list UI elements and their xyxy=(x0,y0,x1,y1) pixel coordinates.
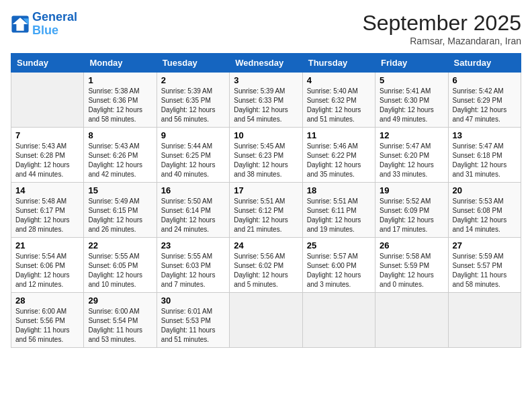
calendar-cell: 13Sunrise: 5:47 AMSunset: 6:18 PMDayligh… xyxy=(448,128,521,183)
location-subtitle: Ramsar, Mazandaran, Iran xyxy=(362,36,521,46)
day-number: 23 xyxy=(161,240,225,250)
calendar-cell: 20Sunrise: 5:53 AMSunset: 6:08 PMDayligh… xyxy=(448,183,521,238)
month-title: September 2025 xyxy=(362,11,521,36)
week-row-3: 14Sunrise: 5:48 AMSunset: 6:17 PMDayligh… xyxy=(11,183,521,238)
week-row-1: 1Sunrise: 5:38 AMSunset: 6:36 PMDaylight… xyxy=(11,73,521,128)
column-header-saturday: Saturday xyxy=(448,54,521,73)
day-info: Sunrise: 5:59 AMSunset: 5:57 PMDaylight:… xyxy=(453,252,517,289)
calendar-cell: 17Sunrise: 5:51 AMSunset: 6:12 PMDayligh… xyxy=(230,183,302,238)
day-info: Sunrise: 5:48 AMSunset: 6:17 PMDaylight:… xyxy=(15,197,79,234)
calendar-cell: 12Sunrise: 5:47 AMSunset: 6:20 PMDayligh… xyxy=(375,128,448,183)
day-info: Sunrise: 5:43 AMSunset: 6:26 PMDaylight:… xyxy=(88,142,152,179)
calendar-cell xyxy=(375,293,448,348)
day-info: Sunrise: 5:51 AMSunset: 6:12 PMDaylight:… xyxy=(234,197,298,234)
day-number: 12 xyxy=(380,130,443,140)
calendar-cell: 26Sunrise: 5:58 AMSunset: 5:59 PMDayligh… xyxy=(375,238,448,293)
title-block: September 2025 Ramsar, Mazandaran, Iran xyxy=(362,11,521,46)
calendar-cell: 18Sunrise: 5:51 AMSunset: 6:11 PMDayligh… xyxy=(302,183,375,238)
calendar-cell xyxy=(11,73,84,128)
day-number: 26 xyxy=(380,240,443,250)
day-info: Sunrise: 5:45 AMSunset: 6:23 PMDaylight:… xyxy=(234,142,298,179)
day-number: 22 xyxy=(88,240,152,250)
day-number: 17 xyxy=(234,185,298,195)
day-number: 30 xyxy=(161,295,225,306)
calendar-cell: 27Sunrise: 5:59 AMSunset: 5:57 PMDayligh… xyxy=(448,238,521,293)
day-info: Sunrise: 5:49 AMSunset: 6:15 PMDaylight:… xyxy=(88,197,152,234)
day-number: 7 xyxy=(15,130,79,140)
calendar-cell: 23Sunrise: 5:55 AMSunset: 6:03 PMDayligh… xyxy=(157,238,229,293)
day-info: Sunrise: 5:52 AMSunset: 6:09 PMDaylight:… xyxy=(380,197,443,234)
day-number: 10 xyxy=(234,130,298,140)
day-info: Sunrise: 5:54 AMSunset: 6:06 PMDaylight:… xyxy=(15,252,79,289)
day-number: 19 xyxy=(380,185,443,195)
day-info: Sunrise: 5:44 AMSunset: 6:25 PMDaylight:… xyxy=(161,142,225,179)
calendar-cell: 3Sunrise: 5:39 AMSunset: 6:33 PMDaylight… xyxy=(230,73,302,128)
day-info: Sunrise: 5:51 AMSunset: 6:11 PMDaylight:… xyxy=(307,197,371,234)
calendar-cell: 22Sunrise: 5:55 AMSunset: 6:05 PMDayligh… xyxy=(84,238,157,293)
calendar-cell: 16Sunrise: 5:50 AMSunset: 6:14 PMDayligh… xyxy=(157,183,229,238)
calendar-cell: 30Sunrise: 6:01 AMSunset: 5:53 PMDayligh… xyxy=(157,293,229,348)
day-number: 27 xyxy=(453,240,517,250)
calendar-cell: 1Sunrise: 5:38 AMSunset: 6:36 PMDaylight… xyxy=(84,73,157,128)
day-number: 15 xyxy=(88,185,152,195)
day-info: Sunrise: 5:41 AMSunset: 6:30 PMDaylight:… xyxy=(380,87,443,124)
day-info: Sunrise: 5:43 AMSunset: 6:28 PMDaylight:… xyxy=(15,142,79,179)
day-number: 14 xyxy=(15,185,79,195)
day-info: Sunrise: 5:42 AMSunset: 6:29 PMDaylight:… xyxy=(453,87,517,124)
column-header-tuesday: Tuesday xyxy=(157,54,229,73)
calendar-cell: 6Sunrise: 5:42 AMSunset: 6:29 PMDaylight… xyxy=(448,73,521,128)
calendar-cell: 19Sunrise: 5:52 AMSunset: 6:09 PMDayligh… xyxy=(375,183,448,238)
calendar-cell: 15Sunrise: 5:49 AMSunset: 6:15 PMDayligh… xyxy=(84,183,157,238)
calendar-cell: 8Sunrise: 5:43 AMSunset: 6:26 PMDaylight… xyxy=(84,128,157,183)
day-info: Sunrise: 5:58 AMSunset: 5:59 PMDaylight:… xyxy=(380,252,443,289)
day-number: 16 xyxy=(161,185,225,195)
logo-text: General Blue xyxy=(32,11,77,38)
day-info: Sunrise: 5:47 AMSunset: 6:18 PMDaylight:… xyxy=(453,142,517,179)
calendar-cell: 11Sunrise: 5:46 AMSunset: 6:22 PMDayligh… xyxy=(302,128,375,183)
day-number: 6 xyxy=(453,75,517,85)
day-number: 8 xyxy=(88,130,152,140)
logo-icon xyxy=(11,15,30,34)
column-header-wednesday: Wednesday xyxy=(230,54,302,73)
day-info: Sunrise: 5:39 AMSunset: 6:35 PMDaylight:… xyxy=(161,87,225,124)
day-number: 29 xyxy=(88,295,152,306)
calendar-cell: 21Sunrise: 5:54 AMSunset: 6:06 PMDayligh… xyxy=(11,238,84,293)
day-number: 28 xyxy=(15,295,79,306)
calendar-cell xyxy=(448,293,521,348)
calendar-cell: 4Sunrise: 5:40 AMSunset: 6:32 PMDaylight… xyxy=(302,73,375,128)
day-info: Sunrise: 6:00 AMSunset: 5:54 PMDaylight:… xyxy=(88,307,152,345)
day-number: 24 xyxy=(234,240,298,250)
column-header-monday: Monday xyxy=(84,54,157,73)
column-header-sunday: Sunday xyxy=(11,54,84,73)
day-info: Sunrise: 5:53 AMSunset: 6:08 PMDaylight:… xyxy=(453,197,517,234)
calendar-cell: 5Sunrise: 5:41 AMSunset: 6:30 PMDaylight… xyxy=(375,73,448,128)
week-row-5: 28Sunrise: 6:00 AMSunset: 5:56 PMDayligh… xyxy=(11,293,521,348)
day-number: 5 xyxy=(380,75,443,85)
day-info: Sunrise: 5:40 AMSunset: 6:32 PMDaylight:… xyxy=(307,87,371,124)
calendar-cell xyxy=(230,293,302,348)
week-row-2: 7Sunrise: 5:43 AMSunset: 6:28 PMDaylight… xyxy=(11,128,521,183)
calendar-cell: 2Sunrise: 5:39 AMSunset: 6:35 PMDaylight… xyxy=(157,73,229,128)
day-number: 18 xyxy=(307,185,371,195)
day-info: Sunrise: 6:01 AMSunset: 5:53 PMDaylight:… xyxy=(161,307,225,345)
day-number: 25 xyxy=(307,240,371,250)
column-header-thursday: Thursday xyxy=(302,54,375,73)
week-row-4: 21Sunrise: 5:54 AMSunset: 6:06 PMDayligh… xyxy=(11,238,521,293)
day-number: 13 xyxy=(453,130,517,140)
day-info: Sunrise: 5:47 AMSunset: 6:20 PMDaylight:… xyxy=(380,142,443,179)
day-number: 4 xyxy=(307,75,371,85)
day-number: 11 xyxy=(307,130,371,140)
day-number: 3 xyxy=(234,75,298,85)
day-info: Sunrise: 5:56 AMSunset: 6:02 PMDaylight:… xyxy=(234,252,298,289)
day-info: Sunrise: 5:46 AMSunset: 6:22 PMDaylight:… xyxy=(307,142,371,179)
day-info: Sunrise: 5:50 AMSunset: 6:14 PMDaylight:… xyxy=(161,197,225,234)
day-info: Sunrise: 6:00 AMSunset: 5:56 PMDaylight:… xyxy=(15,307,79,345)
day-info: Sunrise: 5:39 AMSunset: 6:33 PMDaylight:… xyxy=(234,87,298,124)
calendar-cell: 10Sunrise: 5:45 AMSunset: 6:23 PMDayligh… xyxy=(230,128,302,183)
calendar-cell xyxy=(302,293,375,348)
calendar-cell: 29Sunrise: 6:00 AMSunset: 5:54 PMDayligh… xyxy=(84,293,157,348)
calendar-cell: 24Sunrise: 5:56 AMSunset: 6:02 PMDayligh… xyxy=(230,238,302,293)
day-number: 9 xyxy=(161,130,225,140)
day-number: 2 xyxy=(161,75,225,85)
page-header: General Blue September 2025 Ramsar, Maza… xyxy=(11,11,521,46)
